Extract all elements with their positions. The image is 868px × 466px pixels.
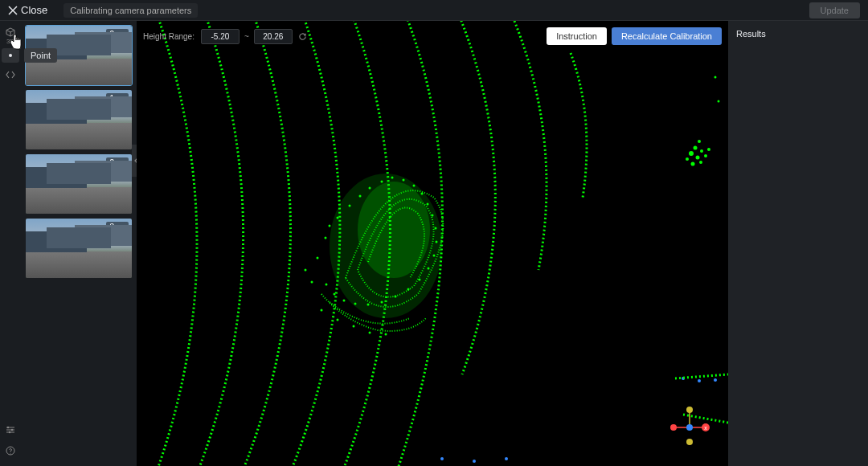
pointcloud-canvas bbox=[137, 21, 728, 466]
rail-split-view[interactable] bbox=[2, 66, 19, 84]
pointcloud-viewport[interactable]: Height Range: ~ Instruction Recalculate … bbox=[137, 21, 728, 466]
svg-point-29 bbox=[433, 255, 436, 257]
split-icon bbox=[6, 70, 15, 80]
eye-icon bbox=[116, 95, 125, 103]
eye-icon bbox=[116, 223, 125, 231]
svg-point-8 bbox=[120, 226, 122, 228]
svg-point-42 bbox=[337, 319, 339, 321]
camera-thumbnail-2[interactable]: 2 bbox=[26, 154, 132, 214]
svg-point-25 bbox=[427, 203, 429, 206]
svg-point-36 bbox=[354, 303, 357, 305]
svg-point-40 bbox=[353, 325, 355, 328]
svg-point-14 bbox=[325, 237, 327, 239]
refresh-range[interactable] bbox=[297, 31, 309, 42]
svg-point-26 bbox=[432, 215, 434, 217]
close-icon bbox=[8, 6, 18, 15]
svg-point-34 bbox=[381, 301, 383, 304]
svg-point-49 bbox=[696, 156, 700, 160]
rail-tooltip: Point bbox=[24, 48, 57, 63]
svg-point-56 bbox=[718, 100, 720, 103]
svg-point-11 bbox=[305, 269, 307, 272]
page-title: Calibrating camera parameters bbox=[63, 3, 198, 18]
thumb-index-label: 3 bbox=[109, 223, 114, 231]
svg-point-35 bbox=[367, 304, 370, 306]
svg-point-32 bbox=[407, 288, 410, 291]
svg-point-33 bbox=[395, 296, 397, 298]
svg-point-64 bbox=[686, 407, 693, 413]
svg-point-24 bbox=[421, 193, 424, 195]
thumb-index-label: 2 bbox=[109, 158, 114, 167]
svg-point-41 bbox=[369, 332, 371, 334]
thumb-index-label: 0 bbox=[109, 30, 114, 39]
svg-point-1 bbox=[7, 427, 9, 428]
svg-point-28 bbox=[436, 241, 438, 243]
svg-point-12 bbox=[311, 281, 313, 284]
svg-point-54 bbox=[707, 148, 710, 151]
svg-point-66 bbox=[670, 424, 677, 431]
rail-point-view[interactable]: Point bbox=[2, 48, 19, 63]
svg-point-3 bbox=[9, 431, 10, 433]
svg-point-31 bbox=[419, 279, 421, 281]
svg-point-13 bbox=[317, 257, 319, 260]
svg-point-22 bbox=[403, 179, 405, 182]
height-range-min[interactable] bbox=[201, 29, 240, 44]
svg-point-15 bbox=[329, 225, 331, 227]
close-button[interactable]: Close bbox=[8, 4, 47, 16]
svg-point-45 bbox=[698, 140, 701, 143]
height-range-max[interactable] bbox=[254, 29, 293, 44]
camera-thumbnail-3[interactable]: 3 bbox=[26, 219, 132, 278]
svg-point-43 bbox=[385, 333, 387, 336]
instruction-button[interactable]: Instruction bbox=[547, 27, 607, 45]
update-button[interactable]: Update bbox=[809, 2, 860, 18]
svg-point-58 bbox=[473, 460, 476, 463]
svg-point-23 bbox=[413, 185, 416, 187]
rail-3d-view[interactable]: 3D bbox=[2, 27, 19, 45]
svg-point-53 bbox=[699, 161, 702, 164]
thumbnail-column: 0 1 2 3 bbox=[21, 21, 137, 466]
thumb-index-label: 1 bbox=[109, 94, 114, 103]
svg-point-57 bbox=[440, 457, 444, 460]
svg-point-39 bbox=[326, 284, 328, 286]
svg-point-69 bbox=[686, 424, 693, 431]
svg-point-6 bbox=[120, 97, 122, 100]
results-panel: Results bbox=[728, 21, 868, 466]
svg-point-21 bbox=[391, 177, 394, 179]
height-range-label: Height Range: bbox=[143, 32, 194, 41]
svg-point-55 bbox=[714, 76, 717, 79]
recalculate-button[interactable]: Recalculate Calibration bbox=[612, 27, 722, 45]
rail-help[interactable] bbox=[2, 442, 19, 460]
close-label: Close bbox=[21, 4, 47, 16]
svg-point-30 bbox=[428, 268, 430, 270]
axis-gizmo[interactable]: x bbox=[667, 405, 712, 450]
svg-point-48 bbox=[689, 151, 694, 156]
svg-point-51 bbox=[686, 157, 689, 161]
left-rail: 3D Point bbox=[0, 21, 21, 466]
svg-point-52 bbox=[691, 162, 695, 166]
camera-thumbnail-1[interactable]: 1 bbox=[26, 90, 132, 149]
range-separator: ~ bbox=[244, 32, 249, 41]
svg-point-19 bbox=[369, 187, 371, 190]
rail-settings[interactable] bbox=[2, 421, 19, 439]
axis-x-label: x bbox=[704, 425, 707, 431]
svg-point-61 bbox=[698, 379, 701, 382]
svg-point-59 bbox=[505, 457, 508, 460]
svg-point-7 bbox=[120, 161, 122, 164]
svg-point-18 bbox=[359, 195, 362, 198]
rail-3d-label: 3D bbox=[6, 38, 14, 45]
svg-point-10 bbox=[358, 182, 430, 278]
svg-point-0 bbox=[9, 54, 12, 57]
cube-icon bbox=[6, 27, 15, 37]
eye-icon bbox=[116, 159, 125, 167]
svg-point-27 bbox=[435, 227, 437, 230]
svg-point-46 bbox=[694, 146, 698, 150]
eye-icon bbox=[116, 31, 125, 39]
results-title: Results bbox=[736, 29, 860, 39]
svg-point-44 bbox=[321, 309, 323, 312]
sliders-icon bbox=[6, 425, 15, 435]
svg-point-62 bbox=[714, 378, 717, 382]
svg-point-37 bbox=[343, 300, 346, 302]
refresh-icon bbox=[298, 32, 307, 41]
svg-point-50 bbox=[704, 154, 707, 157]
svg-point-2 bbox=[11, 429, 13, 431]
dot-icon bbox=[6, 51, 15, 60]
